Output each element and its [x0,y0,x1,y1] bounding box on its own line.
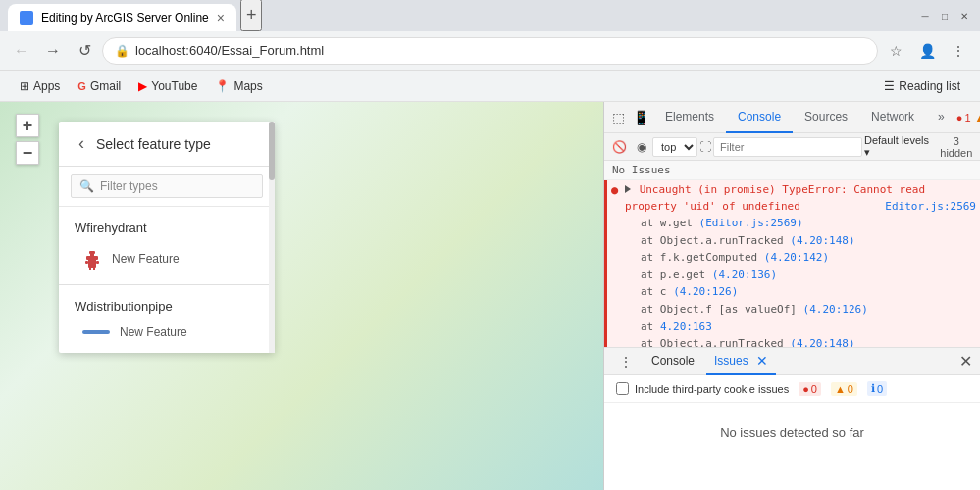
stack-line-4: at p.e.get (4.20:136) [641,267,976,284]
stack-line-3: at f.k.getComputed (4.20:142) [641,249,976,267]
bookmarks-bar: ⊞ Apps G Gmail ▶ YouTube 📍 Maps ☰ Readin… [0,71,980,102]
map-controls: + − [16,114,39,165]
zoom-out-button[interactable]: − [16,141,39,165]
feature-item-hydrant[interactable]: New Feature [59,241,275,276]
stack-line-7: at 4.20:163 [641,318,976,336]
tab-console[interactable]: Console [726,102,793,133]
devtools-inspect-button[interactable]: ⬚ [608,104,629,131]
feature-item-pipe[interactable]: New Feature [59,319,275,345]
group-pipe-title: Wdistributionpipe [59,293,275,319]
issues-panel-close-button[interactable]: ✕ [959,352,972,370]
stack-link-8[interactable]: (4.20:148) [790,337,854,347]
hydrant-icon [82,247,102,270]
feature-search-wrap[interactable]: 🔍 Filter types [71,174,263,198]
error-icon: ● [956,112,963,123]
error-source-link-1[interactable]: Editor.js:2569 [885,199,976,216]
stack-line-1: at w.get (Editor.js:2569) [641,215,976,232]
youtube-label: YouTube [151,79,197,93]
issues-warn-badge: ▲ 0 [831,382,857,396]
pipe-icon [82,330,110,334]
youtube-icon: ▶ [138,79,147,93]
tab-favicon [20,11,33,24]
hydrant-new-feature-label: New Feature [112,252,180,266]
issues-info-count: 0 [877,383,883,395]
console-filter-input[interactable] [713,137,862,157]
reading-list[interactable]: ☰ Reading list [876,76,968,96]
svg-rect-5 [96,261,99,264]
filter-icon: ⛶ [699,140,711,154]
address-bar[interactable]: 🔒 localhost:6040/Essai_Forum.html [102,37,878,65]
account-button[interactable]: 👤 [913,37,941,65]
back-button[interactable]: ← [8,37,35,65]
zoom-in-button[interactable]: + [16,114,39,137]
third-party-cookie-checkbox[interactable] [616,382,629,395]
issues-info-icon: ℹ [871,382,875,395]
issues-error-badge: ● 0 [799,382,821,396]
no-issues-detected-text: No issues detected so far [604,403,980,462]
tab-title: Editing by ArcGIS Server Online [41,11,209,24]
hidden-count-button[interactable]: 3 hidden [937,135,976,159]
stack-link-7[interactable]: 4.20:163 [660,320,712,333]
group-hydrant-title: Wfirehydrant [59,215,275,241]
tab-more[interactable]: » [926,102,956,133]
active-tab[interactable]: Editing by ArcGIS Server Online × [8,4,236,31]
bookmark-star-button[interactable]: ☆ [882,37,909,65]
devtools-device-button[interactable]: 📱 [629,104,653,131]
console-expand-button[interactable]: ◉ [633,138,650,156]
reload-button[interactable]: ↺ [71,37,98,65]
tab-sources[interactable]: Sources [793,102,859,133]
stack-link-6[interactable]: (4.20:126) [803,303,868,316]
new-tab-button[interactable]: + [240,0,263,31]
feature-panel-back-button[interactable]: ‹ [75,133,88,154]
main-area: + − ‹ Select feature type 🔍 Filter types [0,102,980,490]
stack-link-2[interactable]: (4.20:148) [790,234,854,247]
minimize-button[interactable]: ─ [917,8,933,24]
tab-network[interactable]: Network [859,102,926,133]
close-window-button[interactable]: ✕ [956,8,972,24]
issues-info-badge: ℹ 0 [867,381,887,396]
lock-icon: 🔒 [115,44,129,58]
error-entry-icon: ● [611,183,625,197]
bookmark-maps[interactable]: 📍 Maps [207,76,270,96]
context-select[interactable]: top [652,137,697,157]
nav-right: ☆ 👤 ⋮ [882,37,972,65]
default-levels[interactable]: Default levels ▾ [864,134,935,159]
error-entry-body: Uncaught (in promise) TypeError: Cannot … [625,182,976,347]
stack-link-1[interactable]: (Editor.js:2569) [699,217,803,229]
issues-toolbar: ⋮ Console Issues ✕ ✕ [604,348,980,375]
error-count: 1 [964,112,970,123]
devtools-panel: ⬚ 📱 Elements Console Sources Network » ●… [603,102,980,490]
tab-elements[interactable]: Elements [653,102,726,133]
stack-line-6: at Object.f [as valueOf] (4.20:126) [641,301,976,318]
console-entry-error-1: ● Uncaught (in promise) TypeError: Canno… [604,180,980,347]
svg-rect-3 [89,251,95,254]
stack-line-5: at c (4.20:126) [641,283,976,301]
expand-error-icon[interactable] [625,185,631,193]
pipe-new-feature-label: New Feature [120,325,187,339]
bookmark-gmail[interactable]: G Gmail [70,76,129,96]
stack-link-4[interactable]: (4.20:136) [712,269,777,281]
issues-tab-console[interactable]: Console [644,348,702,375]
maximize-button[interactable]: □ [937,8,953,24]
forward-button[interactable]: → [39,37,67,65]
panel-scrollbar[interactable] [269,122,275,353]
issues-toolbar-dots[interactable]: ⋮ [612,348,640,375]
issues-error-count: 0 [811,383,817,395]
issues-tab-issues[interactable]: Issues ✕ [706,348,776,375]
reading-list-label: Reading list [899,79,960,93]
issues-content: No issues detected so far [604,403,980,484]
bookmark-apps[interactable]: ⊞ Apps [12,76,68,96]
maps-label: Maps [233,79,262,93]
menu-button[interactable]: ⋮ [945,37,972,65]
stack-link-5[interactable]: (4.20:126) [673,285,738,298]
bookmark-youtube[interactable]: ▶ YouTube [130,76,205,96]
gmail-icon: G [77,80,86,92]
issues-filter-bar: Include third-party cookie issues ● 0 ▲ … [604,375,980,403]
title-bar: Editing by ArcGIS Server Online × + ─ □ … [0,0,980,31]
issues-close-btn[interactable]: ✕ [756,353,768,368]
no-issues-text: No Issues [612,164,671,176]
tab-close-button[interactable]: × [217,10,225,25]
stack-link-3[interactable]: (4.20:142) [764,251,829,264]
console-clear-button[interactable]: 🚫 [608,138,631,156]
svg-rect-6 [89,268,91,270]
